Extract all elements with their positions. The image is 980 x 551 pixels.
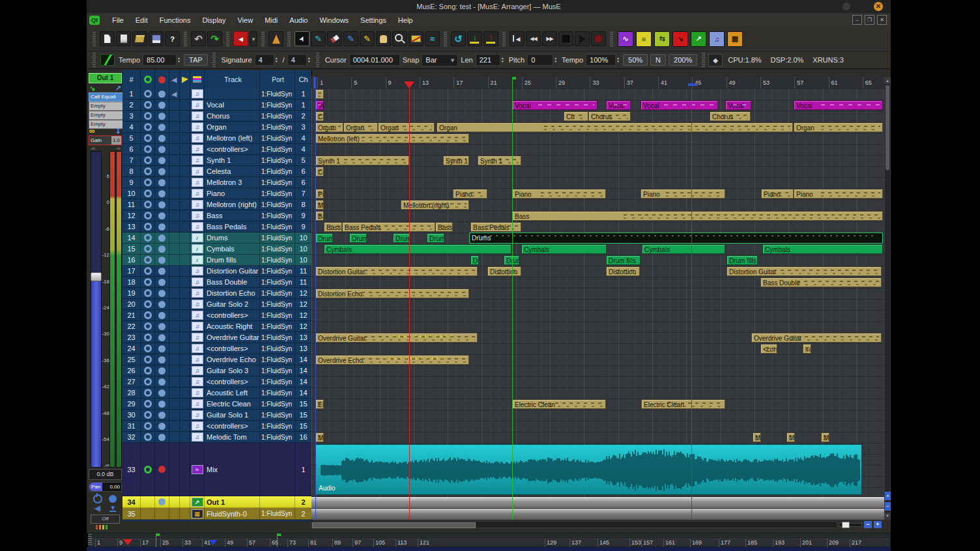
track-row[interactable]: 17♫Distortion Guitar1:FluidSyn11 xyxy=(122,266,311,277)
part[interactable]: Drum xyxy=(393,233,411,243)
track-name[interactable]: <controllers> xyxy=(205,376,260,387)
part[interactable]: Me xyxy=(786,432,795,442)
synth-track-lane[interactable] xyxy=(311,508,884,520)
track-row[interactable]: 25♫Overdrive Echo1:FluidSyn14 xyxy=(122,354,311,365)
monitor-icon[interactable] xyxy=(155,321,169,332)
track-port[interactable]: 1:FluidSyn xyxy=(260,354,295,365)
new-from-template-button[interactable] xyxy=(116,31,131,46)
monitor-icon[interactable] xyxy=(155,354,169,365)
mixer-button[interactable]: ⇆ xyxy=(654,31,670,47)
arranger-canvas[interactable]: VoVocalVocalVocalVocalVocalChChChorusCho… xyxy=(311,89,884,520)
len-input[interactable]: 221 xyxy=(476,54,500,66)
mdi-minimize-icon[interactable]: ‒ xyxy=(852,15,862,25)
mute-icon[interactable] xyxy=(169,354,180,365)
monitor-icon[interactable] xyxy=(155,111,169,121)
record-arm-icon[interactable] xyxy=(141,199,155,210)
part[interactable]: Me xyxy=(753,432,761,442)
loop-flag-cell[interactable] xyxy=(180,100,190,110)
mute-parts-tool[interactable] xyxy=(409,31,424,46)
part[interactable]: Bass xyxy=(435,222,453,232)
monitor-icon[interactable] xyxy=(155,244,169,254)
loop-flag-cell[interactable] xyxy=(180,177,190,188)
track-channel[interactable]: 1 xyxy=(295,443,311,496)
song-overview-ruler[interactable]: 1917253341495765738189971051131211291371… xyxy=(88,533,891,547)
track-channel[interactable]: 10 xyxy=(295,244,311,254)
track-channel[interactable]: 6 xyxy=(295,166,311,177)
track-channel[interactable]: 11 xyxy=(295,266,311,276)
record-arm-icon[interactable] xyxy=(141,133,155,143)
mute-speaker-icon[interactable]: ◀ xyxy=(95,504,100,513)
mdi-restore-icon[interactable]: ❐ xyxy=(865,15,874,25)
track-channel[interactable]: 12 xyxy=(295,288,311,298)
part[interactable]: Piano xyxy=(512,189,606,199)
track-port[interactable]: 1:FluidSyn xyxy=(260,343,295,354)
strip-title[interactable]: Out 1 xyxy=(89,73,122,83)
track-name[interactable]: Mix xyxy=(205,443,260,496)
track-port[interactable]: 1:FluidSyn xyxy=(260,244,295,254)
part[interactable]: Organ xyxy=(437,122,793,132)
mute-icon[interactable] xyxy=(169,332,180,343)
mute-icon[interactable] xyxy=(169,376,180,387)
mute-icon[interactable] xyxy=(169,432,180,442)
record-arm-icon[interactable] xyxy=(141,155,155,165)
loop-flag-cell[interactable] xyxy=(180,155,190,165)
loop-flag-cell[interactable] xyxy=(180,432,190,442)
part[interactable]: Overdrive Echo xyxy=(315,355,469,365)
horizontal-scrollbar[interactable] xyxy=(311,521,837,528)
toolbar-grip[interactable] xyxy=(261,32,265,46)
track-port[interactable]: 1:FluidSyn xyxy=(260,210,295,221)
track-name[interactable]: Mellotron (left) xyxy=(205,133,260,143)
monitor-icon[interactable] xyxy=(155,255,169,265)
track-row[interactable]: 4♫Organ1:FluidSyn3 xyxy=(122,122,311,133)
record-arm-icon[interactable] xyxy=(141,332,155,343)
part[interactable]: Piano xyxy=(641,189,725,199)
track-port[interactable]: 1:FluidSyn xyxy=(260,508,295,519)
track-channel[interactable]: 2 xyxy=(295,111,311,121)
menu-midi[interactable]: Midi xyxy=(259,15,283,25)
hscroll-thumb[interactable] xyxy=(312,522,476,528)
track-channel[interactable]: 6 xyxy=(295,177,311,188)
record-arm-icon[interactable] xyxy=(141,111,155,121)
track-channel[interactable]: 4 xyxy=(295,144,311,154)
track-name[interactable]: Vocal xyxy=(205,100,260,110)
mute-icon[interactable] xyxy=(169,188,180,199)
part[interactable]: El xyxy=(315,399,324,409)
tempo-scale-spinner[interactable]: ▲▼ xyxy=(616,57,620,63)
signature-numerator-input[interactable]: 4 xyxy=(255,54,274,66)
part[interactable]: Dr xyxy=(470,255,479,265)
track-channel[interactable]: 2 xyxy=(295,508,311,519)
menu-windows[interactable]: Windows xyxy=(313,15,354,25)
track-row[interactable]: 10♫Piano1:FluidSyn7 xyxy=(122,188,311,199)
toolbar-grip[interactable] xyxy=(502,32,506,46)
record-arm-icon[interactable] xyxy=(141,166,155,177)
monitor-icon[interactable] xyxy=(155,266,169,276)
part[interactable]: Piano xyxy=(453,189,487,199)
loop-flag-cell[interactable] xyxy=(180,332,190,343)
track-name[interactable] xyxy=(205,89,260,99)
overview-green-flag[interactable] xyxy=(156,533,156,548)
hzoom-slider[interactable] xyxy=(839,523,862,527)
signature-numerator-spinner[interactable]: ▲▼ xyxy=(275,57,278,63)
tempo-200-button[interactable]: 200% xyxy=(669,54,697,66)
part[interactable]: Ch xyxy=(315,111,324,121)
toolbar-grip[interactable] xyxy=(444,32,447,46)
track-port[interactable]: 1:FluidSyn xyxy=(260,365,295,376)
track-row[interactable]: 30♫Guitar Solo 11:FluidSyn15 xyxy=(122,410,311,421)
track-port[interactable]: 1:FluidSyn xyxy=(260,332,295,343)
piano-roll-button[interactable]: ▦ xyxy=(727,31,743,47)
track-channel[interactable]: 9 xyxy=(295,210,311,221)
track-channel[interactable]: 13 xyxy=(295,343,311,354)
track-name[interactable]: FluidSynth-0 xyxy=(205,508,260,519)
track-name[interactable]: Acoustic Right xyxy=(205,321,260,332)
track-row[interactable]: 8♫Celesta1:FluidSyn6 xyxy=(122,166,311,177)
header-mute-icon[interactable]: ◀ xyxy=(169,70,180,89)
solo-down-icon[interactable]: ▼ xyxy=(109,505,116,512)
signature-denominator-input[interactable]: 4 xyxy=(287,54,307,66)
record-button[interactable] xyxy=(591,31,606,46)
monitor-icon[interactable] xyxy=(155,144,169,154)
tempo-graph-icon[interactable] xyxy=(100,54,115,66)
part[interactable]: Me xyxy=(315,200,324,210)
hzoom-in-icon[interactable]: + xyxy=(874,521,882,528)
part[interactable]: Ch xyxy=(564,111,588,121)
loop-flag-cell[interactable] xyxy=(180,388,190,398)
